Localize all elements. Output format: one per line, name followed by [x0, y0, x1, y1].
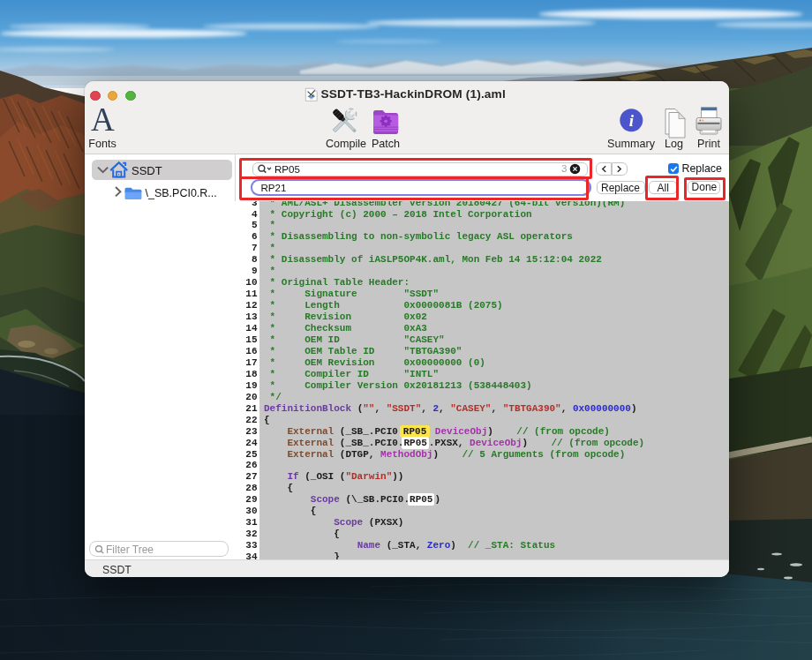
svg-text:i: i: [629, 111, 635, 130]
